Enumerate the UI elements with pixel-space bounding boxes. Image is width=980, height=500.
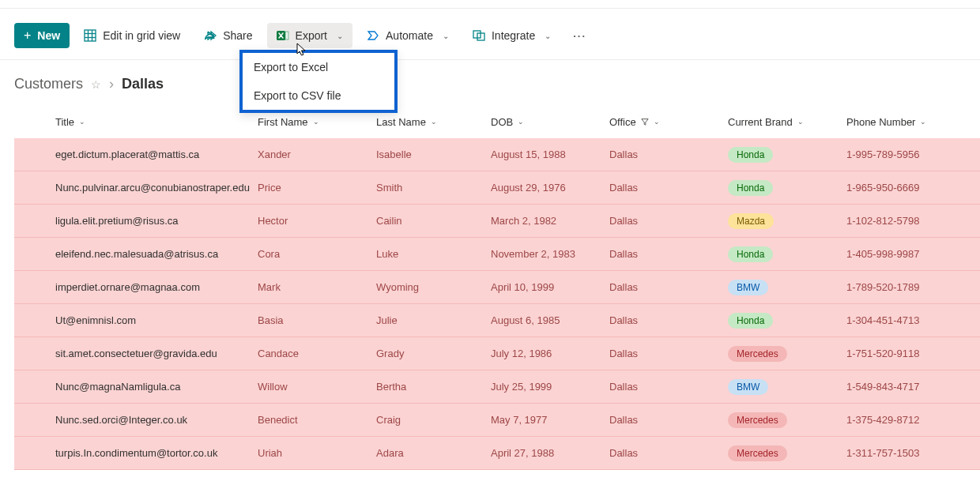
cell-office: Dallas <box>603 414 722 426</box>
column-header-first-name[interactable]: First Name ⌄ <box>251 116 370 128</box>
automate-button[interactable]: Automate ⌄ <box>357 23 458 48</box>
cell-first-name: Basia <box>251 314 370 326</box>
chevron-down-icon: ⌄ <box>545 32 551 40</box>
brand-pill: Mercedes <box>728 412 787 428</box>
cell-brand: Mercedes <box>722 445 840 461</box>
brand-pill: Honda <box>728 313 773 329</box>
breadcrumb-separator-icon: › <box>109 76 114 92</box>
cell-dob: November 2, 1983 <box>484 248 603 260</box>
table-row[interactable]: sit.amet.consectetuer@gravida.eduCandace… <box>14 337 980 370</box>
cell-dob: August 6, 1985 <box>484 314 603 326</box>
cell-dob: August 15, 1988 <box>484 148 603 160</box>
cell-phone: 1-965-950-6669 <box>840 182 959 194</box>
cell-brand: Mercedes <box>722 412 840 428</box>
cell-title: Nunc.pulvinar.arcu@conubianostraper.edu <box>14 182 251 194</box>
column-header-office[interactable]: Office ⌄ <box>603 116 722 128</box>
cell-brand: Honda <box>722 180 840 196</box>
cell-last-name: Isabelle <box>370 148 484 160</box>
cell-first-name: Cora <box>251 248 370 260</box>
chevron-down-icon: ⌄ <box>431 118 437 126</box>
grid-body: eget.dictum.placerat@mattis.caXanderIsab… <box>14 138 980 470</box>
automate-label: Automate <box>386 29 433 42</box>
cell-title: ligula.elit.pretium@risus.ca <box>14 215 251 227</box>
cell-first-name: Willow <box>251 381 370 393</box>
cell-brand: Mercedes <box>722 346 840 362</box>
share-button[interactable]: Share <box>194 23 262 48</box>
column-header-last-name[interactable]: Last Name ⌄ <box>370 116 484 128</box>
cell-title: Nunc@magnaNamligula.ca <box>14 381 251 393</box>
cell-first-name: Xander <box>251 148 370 160</box>
cell-brand: BMW <box>722 280 840 295</box>
chevron-down-icon: ⌄ <box>797 118 804 126</box>
table-row[interactable]: eget.dictum.placerat@mattis.caXanderIsab… <box>14 138 980 171</box>
column-dob-label: DOB <box>491 116 513 128</box>
brand-pill: Honda <box>728 246 773 262</box>
export-button[interactable]: Export ⌄ <box>267 23 352 48</box>
cell-title: Nunc.sed.orci@Integer.co.uk <box>14 414 251 426</box>
export-dropdown: Export to Excel Export to CSV file <box>239 50 398 113</box>
cell-brand: Honda <box>722 147 840 163</box>
cell-dob: July 12, 1986 <box>484 348 603 359</box>
cell-title: Ut@enimnisl.com <box>14 314 251 326</box>
svg-rect-6 <box>285 32 288 39</box>
breadcrumb-list[interactable]: Customers <box>14 76 83 92</box>
cell-dob: August 29, 1976 <box>484 182 603 194</box>
plus-icon: + <box>24 29 31 42</box>
chevron-down-icon: ⌄ <box>337 32 343 40</box>
column-header-brand[interactable]: Current Brand ⌄ <box>722 116 840 128</box>
cell-brand: Mazda <box>722 213 840 229</box>
column-header-phone[interactable]: Phone Number ⌄ <box>840 116 959 128</box>
cell-first-name: Candace <box>251 348 370 359</box>
cell-dob: April 10, 1999 <box>484 281 603 293</box>
edit-in-grid-button[interactable]: Edit in grid view <box>74 23 190 48</box>
overflow-menu-button[interactable]: ··· <box>565 30 594 42</box>
edit-grid-label: Edit in grid view <box>103 29 180 42</box>
favorite-star-icon[interactable]: ☆ <box>91 78 101 91</box>
cell-first-name: Mark <box>251 281 370 293</box>
table-row[interactable]: Ut@enimnisl.comBasiaJulieAugust 6, 1985D… <box>14 304 980 337</box>
cell-phone: 1-549-843-4717 <box>840 381 959 393</box>
list-grid: Title ⌄ First Name ⌄ Last Name ⌄ DOB ⌄ O… <box>0 105 980 470</box>
table-row[interactable]: eleifend.nec.malesuada@atrisus.caCoraLuk… <box>14 238 980 271</box>
chevron-down-icon: ⌄ <box>443 32 449 40</box>
cell-last-name: Cailin <box>370 215 484 227</box>
export-to-excel-item[interactable]: Export to Excel <box>243 53 394 81</box>
cell-last-name: Adara <box>370 447 484 459</box>
chevron-down-icon: ⌄ <box>518 118 524 126</box>
cell-dob: April 27, 1988 <box>484 447 603 459</box>
cell-last-name: Luke <box>370 248 484 260</box>
integrate-button[interactable]: Integrate ⌄ <box>463 23 560 48</box>
breadcrumb: Customers ☆ › Dallas <box>0 60 980 105</box>
brand-pill: Mercedes <box>728 346 787 362</box>
column-header-title[interactable]: Title ⌄ <box>14 116 251 128</box>
grid-header: Title ⌄ First Name ⌄ Last Name ⌄ DOB ⌄ O… <box>14 105 980 138</box>
cell-phone: 1-405-998-9987 <box>840 248 959 260</box>
integrate-label: Integrate <box>492 29 535 42</box>
svg-rect-0 <box>85 30 96 41</box>
cell-last-name: Craig <box>370 414 484 426</box>
cell-title: turpis.In.condimentum@tortor.co.uk <box>14 447 251 459</box>
column-header-dob[interactable]: DOB ⌄ <box>484 116 603 128</box>
brand-pill: BMW <box>728 379 768 395</box>
cell-first-name: Hector <box>251 215 370 227</box>
column-first-name-label: First Name <box>258 116 308 128</box>
cell-phone: 1-751-520-9118 <box>840 348 959 359</box>
new-button[interactable]: + New <box>14 23 70 48</box>
brand-pill: Mazda <box>728 213 774 229</box>
cell-dob: July 25, 1999 <box>484 381 603 393</box>
table-row[interactable]: Nunc@magnaNamligula.caWillowBerthaJuly 2… <box>14 370 980 404</box>
table-row[interactable]: turpis.In.condimentum@tortor.co.ukUriahA… <box>14 437 980 470</box>
table-row[interactable]: Nunc.sed.orci@Integer.co.ukBenedictCraig… <box>14 404 980 437</box>
breadcrumb-current: Dallas <box>122 76 164 92</box>
export-to-csv-item[interactable]: Export to CSV file <box>243 81 394 110</box>
cell-office: Dallas <box>603 148 722 160</box>
cell-brand: Honda <box>722 246 840 262</box>
cell-first-name: Uriah <box>251 447 370 459</box>
cell-phone: 1-995-789-5956 <box>840 148 959 160</box>
table-row[interactable]: Nunc.pulvinar.arcu@conubianostraper.eduP… <box>14 171 980 205</box>
column-title-label: Title <box>55 116 74 128</box>
chevron-down-icon: ⌄ <box>313 118 319 126</box>
table-row[interactable]: ligula.elit.pretium@risus.caHectorCailin… <box>14 205 980 238</box>
brand-pill: Honda <box>728 147 773 163</box>
table-row[interactable]: imperdiet.ornare@magnaa.comMarkWyomingAp… <box>14 271 980 304</box>
